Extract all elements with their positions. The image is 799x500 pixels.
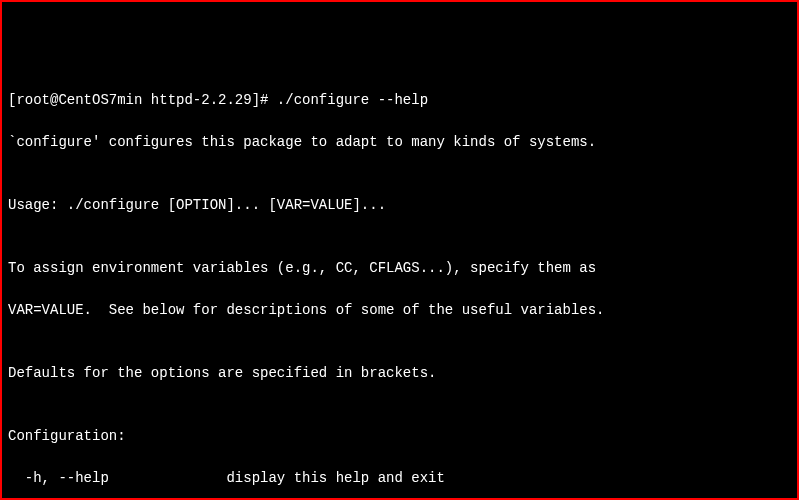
output-line: Defaults for the options are specified i… xyxy=(8,363,791,384)
shell-prompt: [root@CentOS7min httpd-2.2.29]# xyxy=(8,92,277,108)
section-header-config: Configuration: xyxy=(8,426,791,447)
command-text: ./configure --help xyxy=(277,92,428,108)
output-line: To assign environment variables (e.g., C… xyxy=(8,258,791,279)
output-line: `configure' configures this package to a… xyxy=(8,132,791,153)
output-line: VAR=VALUE. See below for descriptions of… xyxy=(8,300,791,321)
terminal-prompt-line: [root@CentOS7min httpd-2.2.29]# ./config… xyxy=(8,90,791,111)
output-usage: Usage: ./configure [OPTION]... [VAR=VALU… xyxy=(8,195,791,216)
option-help: -h, --help display this help and exit xyxy=(8,468,791,489)
